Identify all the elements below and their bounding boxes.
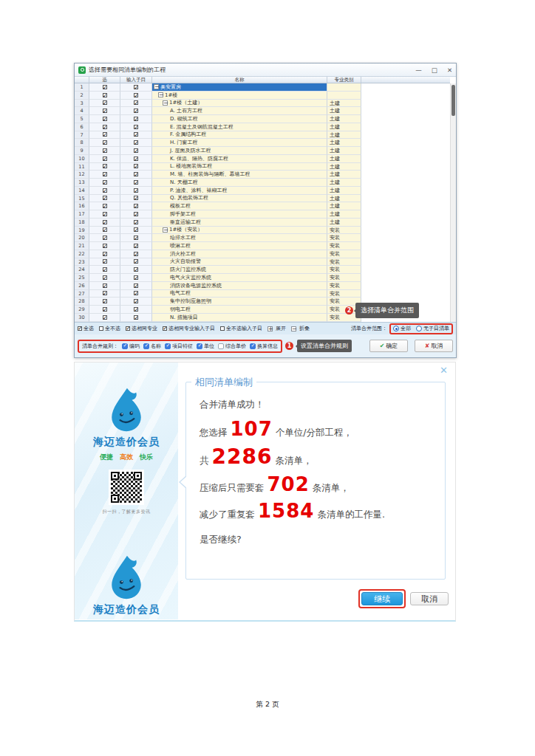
row-input-subitem-checkbox[interactable] bbox=[134, 299, 138, 303]
toolbar-option-tree[interactable]: +展开 bbox=[268, 325, 286, 332]
row-input-subitem-checkbox[interactable] bbox=[134, 100, 138, 105]
row-select-checkbox[interactable] bbox=[103, 85, 107, 89]
row-select-checkbox[interactable] bbox=[103, 132, 107, 137]
collapse-icon[interactable]: − bbox=[291, 326, 296, 331]
table-row[interactable]: 9J. 屋面及防水工程土建 bbox=[75, 147, 450, 155]
row-select-checkbox[interactable] bbox=[103, 172, 107, 176]
row-select-checkbox[interactable] bbox=[103, 140, 107, 145]
radio-icon[interactable] bbox=[416, 326, 422, 331]
merge-rule-option[interactable]: 编码 bbox=[122, 343, 140, 350]
table-row[interactable]: 6E. 混凝土及钢筋混凝土工程土建 bbox=[75, 123, 450, 131]
row-select-checkbox[interactable] bbox=[103, 299, 107, 303]
expand-icon[interactable]: + bbox=[268, 326, 273, 331]
row-select-checkbox[interactable] bbox=[103, 227, 107, 232]
row-select-checkbox[interactable] bbox=[103, 180, 107, 185]
row-input-subitem-checkbox[interactable] bbox=[134, 227, 138, 232]
row-input-subitem-checkbox[interactable] bbox=[134, 284, 138, 288]
row-select-checkbox[interactable] bbox=[103, 220, 107, 224]
toolbar-option-check[interactable]: 全不选 bbox=[99, 325, 120, 332]
row-input-subitem-checkbox[interactable] bbox=[134, 196, 138, 200]
rule-checkbox[interactable] bbox=[143, 343, 149, 349]
rule-checkbox[interactable] bbox=[165, 343, 171, 349]
row-select-checkbox[interactable] bbox=[103, 93, 107, 97]
table-row[interactable]: 26消防设备电源监控系统安装 bbox=[75, 282, 450, 290]
table-row[interactable]: 17脚手架工程土建 bbox=[75, 210, 450, 219]
table-row[interactable]: 25电气火灾监控系统安装 bbox=[75, 274, 450, 282]
row-select-checkbox[interactable] bbox=[103, 275, 107, 280]
row-input-subitem-checkbox[interactable] bbox=[134, 172, 138, 176]
row-select-checkbox[interactable] bbox=[103, 267, 107, 272]
continue-button[interactable]: 继续 bbox=[361, 592, 403, 605]
row-select-checkbox[interactable] bbox=[103, 100, 107, 105]
table-row[interactable]: 12M. 墙、柱面装饰与隔断、幕墙工程土建 bbox=[75, 171, 450, 179]
table-row[interactable]: 4A. 土石方工程土建 bbox=[75, 107, 450, 115]
row-input-subitem-checkbox[interactable] bbox=[134, 204, 138, 208]
table-row[interactable]: 21喷淋工程安装 bbox=[75, 242, 450, 250]
row-input-subitem-checkbox[interactable] bbox=[134, 275, 138, 280]
table-row[interactable]: 18垂直运输工程土建 bbox=[75, 219, 450, 227]
toolbar-option-check[interactable]: 全选 bbox=[78, 325, 94, 332]
row-input-subitem-checkbox[interactable] bbox=[134, 132, 138, 137]
toolbar-option-tree[interactable]: −折叠 bbox=[291, 325, 310, 332]
merge-rule-option[interactable]: 名称 bbox=[143, 343, 161, 350]
rule-checkbox[interactable] bbox=[250, 343, 256, 349]
merge-rule-option[interactable]: 综合单价 bbox=[218, 343, 246, 350]
vertical-scrollbar[interactable] bbox=[450, 83, 456, 322]
row-input-subitem-checkbox[interactable] bbox=[134, 109, 138, 113]
table-row[interactable]: 16模板工程土建 bbox=[75, 202, 450, 210]
row-input-subitem-checkbox[interactable] bbox=[134, 252, 138, 256]
table-row[interactable]: 2−1#楼 bbox=[75, 92, 450, 100]
table-row[interactable]: 1−吴安置房 bbox=[75, 83, 450, 92]
row-input-subitem-checkbox[interactable] bbox=[134, 307, 138, 312]
row-select-checkbox[interactable] bbox=[103, 291, 107, 295]
row-input-subitem-checkbox[interactable] bbox=[134, 180, 138, 185]
row-select-checkbox[interactable] bbox=[103, 236, 107, 240]
row-input-subitem-checkbox[interactable] bbox=[134, 291, 138, 295]
row-input-subitem-checkbox[interactable] bbox=[134, 157, 138, 161]
tree-collapse-icon[interactable]: − bbox=[163, 227, 168, 233]
table-row[interactable]: 15Q. 其他装饰工程土建 bbox=[75, 195, 450, 203]
table-row[interactable]: 20给排水工程安装 bbox=[75, 234, 450, 242]
scrollbar-thumb[interactable] bbox=[451, 85, 455, 116]
row-select-checkbox[interactable] bbox=[103, 244, 107, 248]
option-checkbox[interactable] bbox=[220, 326, 225, 331]
table-row[interactable]: 10K. 保温、隔热、防腐工程土建 bbox=[75, 155, 450, 163]
option-checkbox[interactable] bbox=[78, 326, 82, 331]
toolbar-option-check[interactable]: 选相同专业 bbox=[126, 325, 157, 332]
row-input-subitem-checkbox[interactable] bbox=[134, 236, 138, 240]
tree-collapse-icon[interactable]: − bbox=[154, 84, 159, 89]
row-input-subitem-checkbox[interactable] bbox=[134, 140, 138, 145]
table-row[interactable]: 14P. 油漆、涂料、裱糊工程土建 bbox=[75, 187, 450, 195]
minimize-button[interactable]: — bbox=[415, 66, 422, 74]
row-input-subitem-checkbox[interactable] bbox=[134, 93, 138, 97]
row-input-subitem-checkbox[interactable] bbox=[134, 164, 138, 168]
dialog-cancel-button[interactable]: 取消 bbox=[410, 592, 449, 605]
close-button[interactable]: ✕ bbox=[447, 66, 452, 74]
tree-collapse-icon[interactable]: − bbox=[158, 92, 163, 97]
merge-scope-radio[interactable]: 无子目清单 bbox=[416, 325, 449, 332]
table-row[interactable]: 19−1#楼（安装）安装 bbox=[75, 227, 450, 235]
radio-icon[interactable] bbox=[393, 326, 399, 331]
row-input-subitem-checkbox[interactable] bbox=[134, 220, 138, 224]
row-input-subitem-checkbox[interactable] bbox=[134, 188, 138, 193]
row-select-checkbox[interactable] bbox=[103, 164, 107, 168]
option-checkbox[interactable] bbox=[163, 326, 167, 331]
maximize-button[interactable]: □ bbox=[432, 66, 437, 74]
dialog-close-icon[interactable]: ✕ bbox=[440, 365, 448, 375]
row-select-checkbox[interactable] bbox=[103, 259, 107, 264]
table-row[interactable]: 27电气工程安装 bbox=[75, 290, 450, 298]
row-input-subitem-checkbox[interactable] bbox=[134, 148, 138, 153]
row-select-checkbox[interactable] bbox=[103, 307, 107, 312]
table-row[interactable]: 7F. 金属结构工程土建 bbox=[75, 131, 450, 140]
row-select-checkbox[interactable] bbox=[103, 284, 107, 288]
toolbar-option-check[interactable]: 选相同专业输入子目 bbox=[163, 325, 215, 332]
row-input-subitem-checkbox[interactable] bbox=[134, 315, 138, 320]
row-select-checkbox[interactable] bbox=[103, 125, 107, 129]
toolbar-option-check[interactable]: 全不选输入子目 bbox=[220, 325, 262, 332]
row-select-checkbox[interactable] bbox=[103, 109, 107, 113]
table-row[interactable]: 24防火门监控系统安装 bbox=[75, 266, 450, 274]
row-input-subitem-checkbox[interactable] bbox=[134, 85, 138, 89]
cancel-button[interactable]: ✘ 取消 bbox=[415, 340, 453, 352]
table-row[interactable]: 8H. 门窗工程土建 bbox=[75, 139, 450, 147]
row-input-subitem-checkbox[interactable] bbox=[134, 259, 138, 264]
